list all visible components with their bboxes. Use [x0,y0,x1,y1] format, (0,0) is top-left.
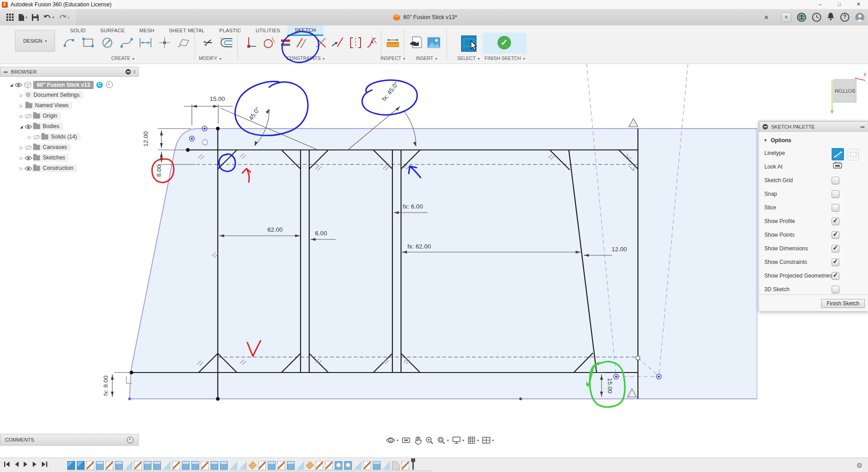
tab-sketch[interactable]: SKETCH [287,25,323,36]
group-label-modify[interactable]: MODIFY ▾ [199,55,221,61]
browser-hide-icon[interactable] [125,69,131,75]
group-label-select[interactable]: SELECT ▾ [457,55,480,61]
timeline-feature-sketch[interactable] [86,461,94,470]
sketch-grid-checkbox[interactable] [832,177,839,184]
timeline-feature-mirror[interactable] [125,461,132,470]
browser-item-label[interactable]: Origin [43,113,57,119]
expander-icon[interactable]: ▷ [18,114,25,119]
step-forward-button[interactable] [32,461,37,469]
expander-icon[interactable]: ▷ [18,145,25,150]
timeline-feature-extrude[interactable] [96,461,104,470]
rectangle-tool-icon[interactable] [81,35,95,50]
group-label-insert[interactable]: INSERT ▾ [416,55,437,61]
timeline-track[interactable] [67,471,431,471]
minimize-button[interactable]: – [811,0,830,9]
insert-image-icon[interactable] [426,35,441,50]
timeline-feature-canvas[interactable] [67,461,75,470]
palette-options-section[interactable]: ▼ Options [759,132,868,146]
timeline-feature-sketch[interactable] [363,461,371,470]
timeline-feature-extrude[interactable] [144,461,151,470]
expander-icon[interactable]: ▷ [18,156,25,160]
timeline-feature-hole[interactable] [335,461,342,470]
timeline-feature-extrude[interactable] [268,461,276,470]
look-at-nav-icon[interactable] [401,436,411,445]
new-document-icon[interactable]: + [781,12,791,22]
expander-icon[interactable]: ▷ [18,166,25,171]
select-tool-icon[interactable] [461,35,477,52]
timeline-feature-plane[interactable] [306,461,314,469]
timeline-feature-mirror[interactable] [296,461,304,470]
palette-hide-icon[interactable] [763,124,768,129]
timeline-feature-mirror[interactable] [163,461,171,470]
user-avatar[interactable] [855,13,864,22]
dimension-tool-icon[interactable] [138,35,153,50]
show-constraints-checkbox[interactable] [832,258,839,266]
browser-item-label[interactable]: Canvases [43,144,67,150]
pan-hand-icon[interactable] [413,436,422,445]
timeline-feature-hole[interactable] [344,461,352,470]
constraint-curvature-icon[interactable] [365,35,379,50]
arc-tool-icon[interactable] [62,35,76,50]
close-document-icon[interactable]: ✕ [764,14,769,21]
expander-icon[interactable]: ▷ [18,93,25,98]
go-to-end-button[interactable] [41,461,48,469]
tab-surface[interactable]: SURFACE [93,25,132,36]
circle-tool-icon[interactable] [100,35,115,50]
browser-item-label[interactable]: Document Settings [34,92,80,98]
timeline-feature-extrude[interactable] [153,461,161,470]
insert-derive-icon[interactable] [408,35,423,50]
show-projected-geometries-checkbox[interactable] [832,272,839,280]
redo-icon[interactable]: ▾ [59,14,70,20]
browser-item-label[interactable]: Bodies [43,123,60,129]
workspace-switcher[interactable]: DESIGN▾ [15,30,55,52]
timeline-feature-sketch[interactable] [325,461,333,470]
timeline-feature-sketch[interactable] [258,461,266,470]
show-dimensions-checkbox[interactable] [832,245,839,253]
constraint-midpoint-icon[interactable] [330,35,345,50]
eye-hidden-icon[interactable] [25,114,32,119]
expander-open-icon[interactable]: ◢ [18,124,25,129]
cloud-status-badge[interactable]: C [96,82,103,88]
group-label-finish-sketch[interactable]: FINISH SKETCH ▾ [485,55,525,61]
finish-sketch-palette-button[interactable]: Finish Sketch [821,299,865,308]
comments-pin-icon[interactable] [127,437,134,443]
fit-icon[interactable]: ▾ [437,436,449,445]
browser-item-origin[interactable]: ▷ Origin [0,111,139,121]
browser-home-icon[interactable] [797,13,806,22]
timeline-feature-extrude[interactable] [191,461,199,470]
timeline-feature-sketch[interactable] [277,461,285,470]
spline-tool-icon[interactable] [119,35,134,50]
browser-item-bodies[interactable]: ◢ Bodies [0,121,139,132]
close-button[interactable]: ✕ [849,0,868,9]
grid-settings-icon[interactable]: ▾ [467,436,479,445]
timeline-feature-round[interactable] [392,461,400,470]
browser-item-named-views[interactable]: ▷ Named Views [0,100,139,111]
comments-header[interactable]: COMMENTS [0,434,139,446]
timeline-feature-plane[interactable] [248,461,256,469]
tab-utilities[interactable]: UTILITIES [248,25,287,36]
orbit-icon[interactable]: ▾ [386,435,399,445]
group-label-create[interactable]: CREATE ▾ [111,55,135,61]
look-at-icon[interactable] [833,162,842,170]
eye-visible-icon[interactable] [25,155,32,161]
browser-item-document-settings[interactable]: ▷ ⚙ Document Settings [0,90,139,100]
sketch-profile-fill[interactable] [130,129,757,399]
view-cube[interactable]: BOTTOM X [830,72,867,114]
show-profile-checkbox[interactable] [832,218,839,225]
expander-icon[interactable]: ▷ [26,135,33,139]
play-button[interactable] [23,461,28,469]
activate-component-icon[interactable] [106,81,113,88]
expander-icon[interactable]: ▷ [18,104,25,108]
expander-open-icon[interactable]: ◢ [8,83,15,87]
constraint-symmetry-icon[interactable] [348,35,363,50]
timeline-feature-canvas[interactable] [77,461,85,470]
browser-header[interactable]: ◂◂ BROWSER ‖ [0,67,139,77]
measure-ruler-icon[interactable] [386,35,400,50]
patch-tool-icon[interactable] [176,35,191,50]
tab-sheet-metal[interactable]: SHEET METAL [162,25,212,36]
save-icon[interactable] [32,14,39,21]
job-status-clock-icon[interactable] [812,13,821,22]
timeline-feature-mirror[interactable] [354,461,361,470]
zoom-icon[interactable] [425,436,434,445]
settings-gear-icon[interactable]: ⚙ [857,462,863,470]
